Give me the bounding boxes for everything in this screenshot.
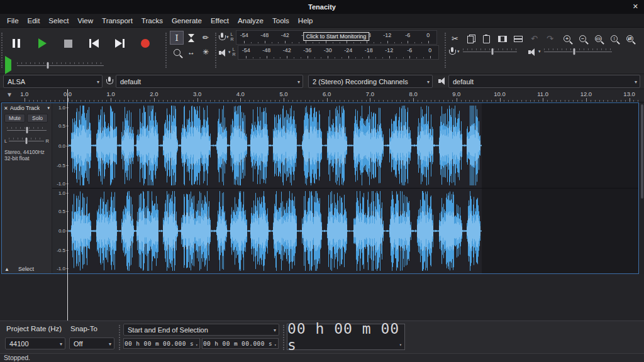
close-window-icon[interactable]: ✕ — [633, 3, 638, 11]
gain-slider-thumb[interactable] — [25, 126, 28, 134]
selection-end-field[interactable]: 00 h 00 m 00.000 s ▾ — [202, 338, 279, 349]
recording-meter[interactable]: ▾ L R Click to Start Monitoring -54-48-4… — [219, 30, 437, 45]
selection-tool-button[interactable]: I — [170, 31, 184, 45]
envelope-tool-button[interactable] — [184, 31, 198, 45]
track-close-button[interactable]: ✕ — [4, 106, 8, 111]
zoom-out-button[interactable]: − — [575, 31, 590, 46]
timeline-label: 1.0 — [107, 90, 115, 97]
recording-volume-slider[interactable]: ▾ — [449, 47, 518, 56]
pan-slider[interactable] — [8, 136, 44, 145]
db-scale-tick — [246, 56, 247, 58]
paste-button[interactable] — [479, 31, 494, 46]
mute-button[interactable]: Mute — [4, 114, 25, 123]
skip-to-end-button[interactable] — [108, 31, 131, 56]
skip-to-start-button[interactable] — [82, 31, 105, 56]
solo-button[interactable]: Solo — [27, 114, 48, 123]
menu-tools[interactable]: Tools — [268, 17, 294, 25]
toolbar-grip[interactable] — [1, 33, 3, 68]
chevron-down-icon: ▾ — [196, 343, 198, 347]
chevron-down-icon[interactable]: ▾ — [228, 50, 231, 55]
project-rate-select[interactable]: 44100 ▾ — [5, 337, 65, 349]
playback-device-select[interactable]: default ▾ — [448, 75, 640, 88]
chevron-down-icon[interactable]: ▾ — [226, 35, 229, 40]
multi-tool-button[interactable]: ✳ — [199, 45, 213, 59]
selection-toolbar: Project Rate (Hz) 44100 ▾ Snap-To Off ▾ … — [0, 321, 644, 353]
audio-host-select[interactable]: ALSA ▾ — [3, 75, 103, 88]
fit-selection-button[interactable]: ▭ — [591, 31, 606, 46]
menu-select[interactable]: Select — [44, 17, 73, 25]
chevron-down-icon[interactable]: ▾ — [538, 49, 541, 54]
slider-thumb[interactable] — [573, 48, 576, 55]
menu-effect[interactable]: Effect — [206, 17, 233, 25]
timeshift-tool-button[interactable]: ↔ — [184, 45, 198, 59]
playback-volume-track[interactable] — [543, 47, 613, 56]
db-scale-tick — [258, 42, 258, 43]
selection-mode-select[interactable]: Start and End of Selection ▾ — [123, 324, 279, 336]
toolbar-grip[interactable] — [445, 33, 447, 68]
db-scale-tick — [421, 42, 422, 43]
waveform-right-channel[interactable] — [69, 189, 638, 273]
timeline-pin-icon[interactable]: ▼ — [6, 91, 13, 98]
cut-button[interactable]: ✂ — [448, 31, 462, 46]
zoom-tool-button[interactable] — [170, 45, 184, 59]
audio-position-display[interactable]: 00 h 00 m 00 s ▾ — [287, 324, 405, 350]
menu-edit[interactable]: Edit — [23, 17, 45, 25]
record-button[interactable] — [134, 31, 157, 56]
pan-slider-thumb[interactable] — [25, 137, 28, 145]
vertical-scrollbar-thumb[interactable] — [641, 104, 643, 199]
recording-device-select[interactable]: default ▾ — [116, 75, 303, 88]
track-select-button[interactable]: Select — [18, 266, 34, 272]
monitoring-tooltip[interactable]: Click to Start Monitoring — [303, 32, 370, 41]
toolbar-grip[interactable] — [165, 33, 167, 68]
draw-tool-button[interactable]: ✏ — [199, 31, 213, 45]
stop-button[interactable] — [57, 31, 79, 56]
menu-file[interactable]: File — [3, 17, 23, 25]
db-scale-label: -12 — [383, 32, 391, 38]
recording-meter-scale[interactable]: Click to Start Monitoring -54-48-42-36-3… — [236, 30, 437, 45]
menu-transport[interactable]: Transport — [97, 17, 137, 25]
trim-audio-button[interactable] — [495, 31, 509, 46]
toolbar-grip[interactable] — [119, 325, 121, 350]
waveform-area — [69, 103, 638, 273]
redo-button[interactable]: ↷ — [543, 31, 557, 46]
zoom-toggle-button[interactable]: ⇄ — [623, 31, 637, 46]
timeline-tick — [115, 100, 116, 102]
skip-to-end-icon — [115, 39, 125, 48]
undo-button[interactable]: ↶ — [527, 31, 541, 46]
collapse-track-button[interactable]: ▲ — [4, 266, 9, 272]
db-scale-tick — [394, 42, 395, 43]
snap-to-select[interactable]: Off ▾ — [69, 337, 114, 349]
playback-meter[interactable]: ▾ L R -54-48-42-36-30-24-18-12-60 — [219, 45, 439, 60]
timeline-tick — [513, 100, 513, 102]
menu-generate[interactable]: Generate — [167, 17, 206, 25]
waveform-left-channel[interactable] — [69, 103, 638, 188]
vertical-scrollbar[interactable] — [640, 102, 644, 274]
fit-project-button[interactable]: ↕ — [607, 31, 621, 46]
timeline-tick — [80, 100, 81, 102]
playback-speed-slider[interactable] — [16, 61, 104, 70]
toolbar-grip[interactable] — [215, 33, 217, 68]
slider-thumb[interactable] — [47, 62, 50, 69]
play-at-speed-button[interactable] — [5, 60, 11, 71]
toolbar-grip[interactable] — [283, 325, 285, 350]
pause-button[interactable] — [5, 31, 28, 56]
menu-view[interactable]: View — [73, 17, 97, 25]
timeline-tick — [133, 100, 133, 102]
track-name[interactable]: Audio Track — [10, 105, 40, 111]
track-menu-icon[interactable]: ▾ — [47, 106, 50, 111]
recording-channels-select[interactable]: 2 (Stereo) Recording Channels ▾ — [308, 75, 433, 88]
play-button[interactable] — [31, 31, 53, 56]
slider-thumb[interactable] — [491, 48, 494, 55]
menu-tracks[interactable]: Tracks — [137, 17, 167, 25]
timeline-ruler[interactable]: ▼ 1.00.01.02.03.04.05.06.07.08.09.010.01… — [0, 89, 644, 102]
copy-button[interactable] — [464, 31, 478, 46]
silence-audio-button[interactable] — [511, 31, 525, 46]
chevron-down-icon[interactable]: ▾ — [457, 49, 460, 54]
menu-analyze[interactable]: Analyze — [233, 17, 268, 25]
recording-volume-track[interactable] — [462, 47, 518, 56]
gain-slider[interactable] — [6, 126, 47, 134]
selection-start-field[interactable]: 00 h 00 m 00.000 s ▾ — [123, 338, 200, 349]
menu-help[interactable]: Help — [294, 17, 318, 25]
playback-volume-slider[interactable]: ▾ — [528, 47, 613, 56]
zoom-in-button[interactable]: + — [560, 31, 574, 46]
